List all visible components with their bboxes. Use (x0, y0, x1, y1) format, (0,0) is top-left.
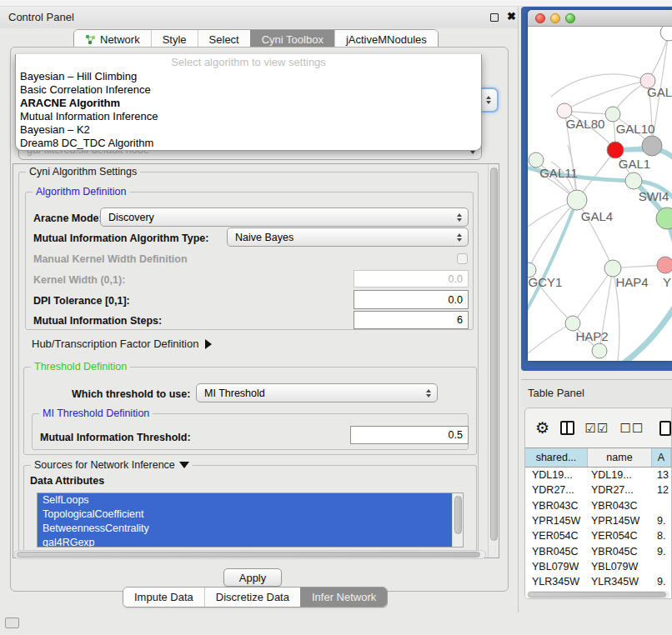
mi-threshold-field[interactable]: 0.5 (350, 426, 469, 444)
scrollbar-thumb[interactable] (490, 168, 498, 541)
bottom-tab-bar: Impute DataDiscretize DataInfer Network (123, 587, 388, 608)
node-label: HAP2 (575, 329, 608, 343)
manual-kernel-checkbox[interactable] (457, 253, 468, 264)
table-row[interactable]: YBL079WYBL079W (525, 559, 671, 574)
table-row[interactable]: YBR043CYBR043C (525, 498, 671, 513)
table-row[interactable]: YDR27...YDR27...12 (525, 482, 671, 498)
table-toolbar: ⚙ ☑☑ ☐☐ (525, 408, 671, 448)
group-title: Threshold Definition (31, 361, 130, 372)
cell-shared-name: YBR043C (525, 500, 588, 512)
tab-label: Discretize Data (216, 591, 289, 603)
checked-pair-icon[interactable]: ☑☑ (585, 421, 609, 436)
table-horizontal-scrollbar[interactable] (527, 591, 669, 598)
node-label: SWI4 (639, 189, 669, 203)
table-row[interactable]: YER054CYER054C8. (525, 528, 671, 543)
zoom-traffic-light-icon[interactable] (565, 13, 575, 23)
combo-arrows-icon (426, 389, 431, 398)
sources-group-title[interactable]: Sources for Network Inference (31, 459, 193, 471)
network-icon (85, 34, 96, 45)
dropdown-item[interactable]: Basic Correlation Inference (16, 83, 481, 97)
unchecked-pair-icon[interactable]: ☐☐ (619, 421, 644, 436)
table-row[interactable]: YLR345WYLR345W9. (525, 574, 671, 589)
table-row[interactable]: YBR045CYBR045C9. (525, 543, 671, 558)
apply-button[interactable]: Apply (223, 568, 282, 587)
network-node-swi4[interactable] (625, 172, 642, 189)
column-header[interactable]: A (652, 448, 671, 467)
settings-vertical-scrollbar[interactable] (488, 164, 499, 558)
close-traffic-light-icon[interactable] (535, 13, 545, 23)
network-node[interactable] (660, 27, 672, 41)
network-window-titlebar[interactable] (528, 10, 672, 27)
cell-shared-name: YBL079W (525, 561, 588, 572)
tab-label: Style (163, 33, 187, 46)
scrollbar-thumb[interactable] (528, 592, 666, 598)
column-header[interactable]: name (588, 448, 652, 467)
network-node-gal10[interactable] (605, 107, 620, 122)
cell-name: YBR045C (588, 546, 652, 558)
hub-definition-toggle[interactable]: Hub/Transcription Factor Definition (32, 338, 212, 350)
table-row[interactable]: YDL19...YDL19...13 (525, 468, 671, 482)
network-edge (528, 323, 573, 353)
list-item[interactable]: BetweennessCentrality (38, 522, 452, 536)
data-attributes-list[interactable]: SelfLoopsTopologicalCoefficientBetweenne… (37, 492, 464, 548)
group-title: MI Threshold Definition (39, 408, 153, 419)
dropdown-item[interactable]: Bayesian – Hill Climbing (16, 70, 481, 83)
scrollbar-thumb[interactable] (17, 552, 480, 558)
table-row[interactable]: YPR145WYPR145W9. (525, 513, 671, 528)
dpi-tolerance-field[interactable]: 0.0 (354, 290, 469, 309)
network-node[interactable] (592, 343, 607, 358)
cell-name: YBR043C (588, 500, 652, 512)
tab-impute-data[interactable]: Impute Data (123, 588, 204, 607)
network-view-frame[interactable]: GALGAL80GAL10GAL1GAL11SWI4GAL4GCY1HAP4YH… (521, 7, 672, 371)
node-table: shared...nameA YDL19...YDL19...13YDR27..… (525, 448, 671, 599)
settings-horizontal-scrollbar[interactable] (14, 550, 486, 559)
node-label: Y (663, 275, 671, 289)
restore-icon[interactable] (490, 13, 499, 22)
node-label: GAL4 (581, 209, 613, 223)
split-columns-icon[interactable] (560, 421, 574, 435)
minimize-traffic-light-icon[interactable] (550, 13, 560, 23)
network-canvas[interactable]: GALGAL80GAL10GAL1GAL11SWI4GAL4GCY1HAP4YH… (528, 27, 672, 361)
dropdown-item[interactable]: Mutual Information Inference (16, 110, 481, 123)
sources-title-text: Sources for Network Inference (34, 459, 175, 471)
scrollbar-thumb[interactable] (454, 496, 462, 534)
aracne-mode-select[interactable]: Discovery (100, 208, 469, 227)
network-node-y[interactable] (657, 257, 672, 273)
group-title: Cyni Algorithm Settings (26, 166, 140, 178)
minimized-panel-icon[interactable] (5, 618, 19, 628)
network-node-gal4[interactable] (567, 190, 587, 210)
attributes-scrollbar[interactable] (452, 493, 463, 547)
control-panel-titlebar: Control Panel ✖ (0, 7, 518, 28)
which-threshold-select[interactable]: MI Threshold (196, 383, 438, 402)
close-icon[interactable]: ✖ (507, 10, 516, 22)
network-window: GALGAL80GAL10GAL1GAL11SWI4GAL4GCY1HAP4YH… (528, 10, 672, 361)
aracne-mode-value: Discovery (108, 212, 154, 223)
gear-icon[interactable]: ⚙ (535, 420, 549, 436)
app-top-strip (0, 0, 672, 7)
network-node-gal1[interactable] (607, 142, 624, 158)
list-item[interactable]: TopologicalCoefficient (38, 508, 452, 522)
list-item[interactable]: SelfLoops (38, 493, 452, 508)
data-attributes-label: Data Attributes (30, 475, 104, 487)
node-label: GCY1 (529, 275, 563, 289)
network-edge (528, 200, 577, 317)
cell-value: 9. (652, 546, 671, 558)
dropdown-item[interactable]: Bayesian – K2 (16, 123, 481, 137)
cell-shared-name: YBR045C (525, 546, 588, 558)
which-threshold-label: Which threshold to use: (72, 388, 190, 400)
network-node-hap4[interactable] (604, 260, 621, 277)
node-label: GAL80 (566, 117, 605, 131)
tab-discretize-data[interactable]: Discretize Data (204, 588, 300, 607)
mi-type-select[interactable]: Naive Bayes (227, 228, 469, 247)
column-header[interactable]: shared... (525, 448, 588, 467)
network-node[interactable] (642, 136, 662, 156)
kernel-width-field[interactable]: 0.0 (354, 270, 469, 288)
list-item[interactable]: gal4RGexp (38, 536, 452, 548)
tab-infer-network[interactable]: Infer Network (300, 588, 387, 607)
expand-right-icon (205, 339, 212, 349)
mi-steps-field[interactable]: 6 (354, 311, 469, 329)
dropdown-item[interactable]: ARACNE Algorithm (16, 97, 481, 110)
cell-name: YDL19... (588, 469, 652, 481)
document-icon[interactable] (659, 421, 671, 436)
dropdown-item[interactable]: Dream8 DC_TDC Algorithm (16, 137, 481, 150)
